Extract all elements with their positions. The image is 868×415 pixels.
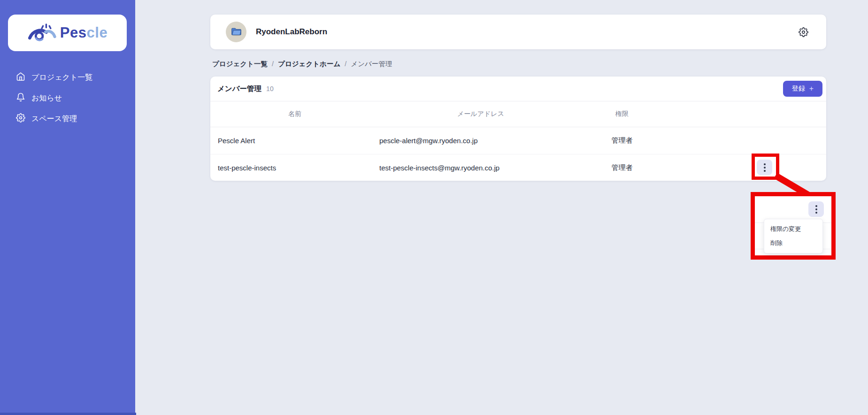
sidebar-item-notifications[interactable]: お知らせ bbox=[0, 91, 135, 105]
member-role: 管理者 bbox=[582, 136, 662, 145]
table-row: Pescle Alert pescle-alert@mgw.ryoden.co.… bbox=[210, 127, 826, 154]
breadcrumb-project-list[interactable]: プロジェクト一覧 bbox=[212, 60, 268, 69]
sidebar: Pescle プロジェクト一覧 お知らせ bbox=[0, 0, 135, 415]
bell-icon bbox=[16, 92, 25, 104]
member-role: 管理者 bbox=[582, 163, 662, 172]
sidebar-bottom-strip bbox=[0, 413, 136, 415]
home-icon bbox=[16, 72, 25, 83]
sidebar-item-label: スペース管理 bbox=[31, 114, 77, 124]
table-header-row: 名前 メールアドレス 権限 bbox=[210, 101, 826, 127]
gear-icon bbox=[16, 113, 25, 124]
breadcrumb: プロジェクト一覧 / プロジェクトホーム / メンバー管理 bbox=[212, 59, 392, 69]
sidebar-item-space-management[interactable]: スペース管理 bbox=[0, 112, 135, 126]
member-name: test-pescle-insects bbox=[210, 164, 379, 172]
brand-name: Pescle bbox=[60, 24, 108, 41]
breadcrumb-member-management: メンバー管理 bbox=[351, 60, 392, 69]
sidebar-item-project-list[interactable]: プロジェクト一覧 bbox=[0, 70, 135, 85]
table-titlebar: メンバー管理 10 登録 + bbox=[210, 77, 826, 101]
column-header-role: 権限 bbox=[582, 110, 662, 118]
project-settings-gear-icon[interactable] bbox=[797, 26, 809, 38]
breadcrumb-separator: / bbox=[272, 60, 274, 68]
folder-icon bbox=[230, 25, 243, 39]
member-email: pescle-alert@mgw.ryoden.co.jp bbox=[379, 137, 582, 145]
menu-item-change-permission[interactable]: 権限の変更 bbox=[764, 222, 822, 236]
member-management-card: メンバー管理 10 登録 + 名前 メールアドレス 権限 Pescle Aler… bbox=[210, 77, 826, 181]
sidebar-item-label: プロジェクト一覧 bbox=[31, 73, 92, 83]
app-logo[interactable]: Pescle bbox=[8, 15, 127, 51]
table-row: test-pescle-insects test-pescle-insects@… bbox=[210, 154, 826, 181]
annotation-magnified-inset: 権限の変更 削除 bbox=[751, 192, 836, 260]
sidebar-nav: プロジェクト一覧 お知らせ スペース管理 bbox=[0, 70, 135, 132]
pescle-eye-logo-icon bbox=[27, 20, 56, 46]
column-header-email: メールアドレス bbox=[379, 110, 582, 118]
breadcrumb-separator: / bbox=[345, 60, 346, 68]
register-button-label: 登録 bbox=[792, 85, 805, 93]
sidebar-item-label: お知らせ bbox=[31, 93, 62, 103]
plus-icon: + bbox=[809, 85, 814, 93]
register-button[interactable]: 登録 + bbox=[783, 81, 822, 97]
annotation-highlight-box-kebab bbox=[752, 154, 779, 180]
row-actions-kebab-icon-magnified[interactable] bbox=[808, 201, 824, 217]
member-name: Pescle Alert bbox=[210, 137, 379, 145]
breadcrumb-project-home[interactable]: プロジェクトホーム bbox=[278, 60, 340, 69]
project-avatar bbox=[226, 22, 246, 42]
menu-item-delete[interactable]: 削除 bbox=[764, 236, 822, 250]
row-actions-dropdown-menu: 権限の変更 削除 bbox=[764, 219, 823, 254]
page-title: メンバー管理 bbox=[217, 84, 261, 94]
project-header-card: RyodenLabReborn bbox=[210, 15, 826, 49]
member-email: test-pescle-insects@mgw.ryoden.co.jp bbox=[379, 164, 582, 172]
member-count-badge: 10 bbox=[266, 85, 274, 92]
column-header-name: 名前 bbox=[210, 110, 379, 118]
project-name: RyodenLabReborn bbox=[256, 27, 327, 37]
